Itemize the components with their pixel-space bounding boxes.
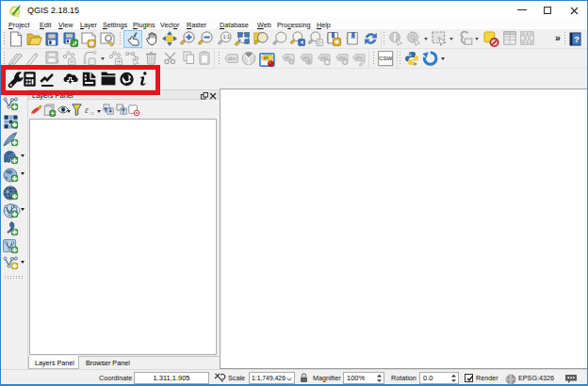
svg-text:ab: ab xyxy=(264,55,270,60)
svg-text:abc: abc xyxy=(227,56,237,61)
svg-text:ab: ab xyxy=(285,55,290,60)
svg-text:?: ? xyxy=(574,34,580,44)
svg-text:abc: abc xyxy=(355,55,364,60)
svg-text:1:1: 1:1 xyxy=(222,34,230,40)
svg-text:□: □ xyxy=(91,111,94,116)
svg-text:abc: abc xyxy=(302,55,311,60)
svg-text:ε: ε xyxy=(85,105,89,115)
